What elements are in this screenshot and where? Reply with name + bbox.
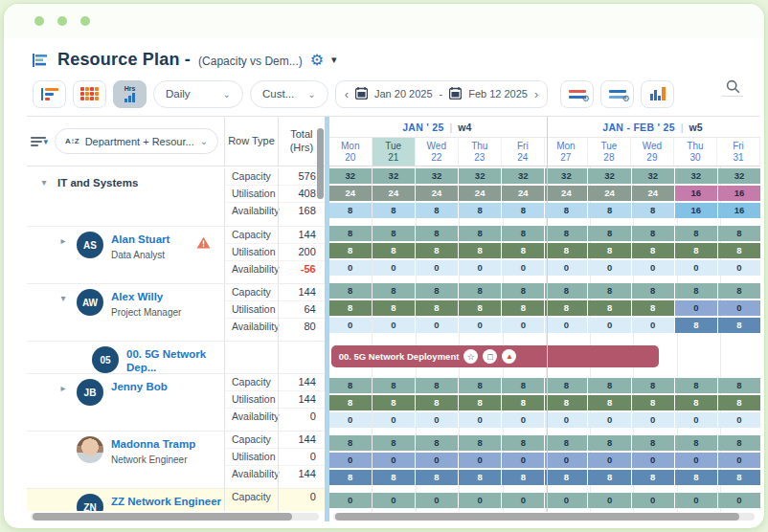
grid-cell[interactable]: 8 bbox=[416, 283, 458, 299]
resource-name[interactable]: Jenny Bob bbox=[111, 381, 168, 394]
grid-cell[interactable]: 0 bbox=[329, 453, 372, 468]
grid-cell[interactable]: 24 bbox=[373, 186, 415, 201]
grid-cell[interactable]: 8 bbox=[459, 203, 501, 218]
grid-cell[interactable]: 8 bbox=[502, 243, 544, 258]
grid-cell[interactable]: 32 bbox=[632, 168, 674, 184]
grid-cell[interactable]: 8 bbox=[632, 378, 674, 393]
grid-cell[interactable]: 16 bbox=[675, 186, 717, 201]
grid-cell[interactable]: 0 bbox=[502, 453, 544, 468]
grid-cell[interactable]: 0 bbox=[632, 412, 674, 428]
grid-cell[interactable]: 32 bbox=[675, 168, 717, 184]
grid-cell[interactable]: 8 bbox=[588, 470, 630, 485]
grid-cell[interactable]: 8 bbox=[632, 243, 674, 258]
grid-cell[interactable]: 0 bbox=[718, 412, 760, 428]
grid-cell[interactable]: 0 bbox=[502, 318, 544, 333]
gantt-view-button[interactable] bbox=[33, 80, 66, 108]
grid-cell[interactable]: 8 bbox=[329, 435, 372, 451]
grid-cell[interactable]: 0 bbox=[459, 453, 501, 468]
kpi-chart-button[interactable] bbox=[641, 80, 674, 108]
grid-cell[interactable]: 0 bbox=[373, 493, 415, 508]
grid-cell[interactable]: 0 bbox=[502, 260, 544, 276]
grid-cell[interactable]: 24 bbox=[502, 186, 544, 201]
grid-cell[interactable]: 8 bbox=[545, 283, 587, 299]
grid-cell[interactable]: 8 bbox=[416, 395, 458, 410]
grid-cell[interactable]: 0 bbox=[459, 318, 501, 333]
grid-cell[interactable]: 0 bbox=[588, 412, 630, 428]
grid-horizontal-scrollbar[interactable] bbox=[333, 513, 755, 521]
grid-cell[interactable]: 0 bbox=[416, 260, 458, 276]
grid-cell[interactable]: 8 bbox=[632, 300, 674, 316]
grid-cell[interactable]: 8 bbox=[329, 300, 372, 316]
grid-cell[interactable]: 0 bbox=[588, 318, 630, 333]
grid-cell[interactable]: 8 bbox=[459, 243, 501, 258]
grid-cell[interactable]: 8 bbox=[675, 226, 717, 241]
grid-cell[interactable]: 0 bbox=[416, 318, 458, 333]
grid-cell[interactable]: 24 bbox=[588, 186, 630, 201]
grid-cell[interactable]: 8 bbox=[329, 203, 372, 218]
grid-cell[interactable]: 0 bbox=[373, 318, 415, 333]
grid-cell[interactable]: 8 bbox=[416, 203, 458, 218]
grid-cell[interactable]: 24 bbox=[329, 186, 372, 201]
plan-menu-caret-icon[interactable]: ▾ bbox=[331, 54, 337, 66]
grid-cell[interactable]: 8 bbox=[675, 470, 717, 485]
grid-cell[interactable]: 8 bbox=[459, 470, 501, 485]
grid-cell[interactable]: 8 bbox=[373, 203, 415, 218]
grid-cell[interactable]: 0 bbox=[675, 300, 717, 316]
grid-cell[interactable]: 8 bbox=[416, 300, 458, 316]
grid-cell[interactable]: 8 bbox=[718, 378, 760, 393]
grid-cell[interactable]: 8 bbox=[588, 435, 630, 451]
grid-cell[interactable]: 8 bbox=[545, 300, 587, 316]
grid-cell[interactable]: 8 bbox=[545, 226, 587, 241]
resource-name[interactable]: Alex Willy bbox=[111, 291, 181, 304]
task-name[interactable]: 00. 5G Network Dep... bbox=[126, 348, 224, 375]
grid-cell[interactable]: 8 bbox=[459, 378, 501, 393]
grid-cell[interactable]: 8 bbox=[373, 378, 415, 393]
grid-cell[interactable]: 8 bbox=[718, 318, 760, 333]
grid-cell[interactable]: 8 bbox=[373, 283, 415, 299]
grid-cell[interactable]: 8 bbox=[632, 226, 674, 241]
plan-settings-gear-icon[interactable]: ⚙ bbox=[310, 53, 324, 68]
grid-cell[interactable]: 8 bbox=[632, 203, 674, 218]
grid-cell[interactable]: 8 bbox=[675, 395, 717, 410]
grid-cell[interactable]: 8 bbox=[718, 470, 760, 485]
grid-cell[interactable]: 32 bbox=[329, 168, 372, 184]
grid-cell[interactable]: 8 bbox=[459, 435, 501, 451]
date-to-value[interactable]: Feb 12 2025 bbox=[468, 88, 528, 100]
grid-cell[interactable]: 8 bbox=[502, 283, 544, 299]
expand-collapse-icon[interactable]: ▾ bbox=[38, 177, 50, 188]
grid-cell[interactable]: 16 bbox=[718, 186, 760, 201]
percent-grid-view-button[interactable] bbox=[73, 80, 106, 108]
grid-cell[interactable]: 32 bbox=[545, 168, 587, 184]
grid-cell[interactable]: 0 bbox=[632, 318, 674, 333]
grid-cell[interactable]: 8 bbox=[632, 283, 674, 299]
grid-cell[interactable]: 8 bbox=[329, 378, 372, 393]
grid-cell[interactable]: 8 bbox=[718, 283, 760, 299]
grid-cell[interactable]: 8 bbox=[502, 300, 544, 316]
grid-cell[interactable]: 0 bbox=[545, 318, 587, 333]
grid-cell[interactable]: 32 bbox=[588, 168, 630, 184]
grid-cell[interactable]: 32 bbox=[502, 168, 544, 184]
resource-name[interactable]: ZZ Network Engineer bbox=[111, 496, 221, 509]
expand-collapse-icon[interactable]: ▾ bbox=[57, 293, 69, 303]
grid-cell[interactable]: 16 bbox=[718, 203, 760, 218]
grid-cell[interactable]: 0 bbox=[588, 453, 630, 468]
grid-cell[interactable]: 0 bbox=[416, 412, 458, 428]
grid-cell[interactable]: 0 bbox=[329, 412, 372, 428]
grid-cell[interactable]: 0 bbox=[373, 412, 415, 428]
grid-cell[interactable]: 8 bbox=[545, 435, 587, 451]
grid-cell[interactable]: 8 bbox=[459, 283, 501, 299]
grid-cell[interactable]: 8 bbox=[502, 378, 544, 393]
search-button[interactable] bbox=[718, 79, 747, 108]
grid-cell[interactable]: 24 bbox=[416, 186, 458, 201]
grid-cell[interactable]: 8 bbox=[373, 435, 415, 451]
grid-cell[interactable]: 8 bbox=[502, 226, 544, 241]
grid-cell[interactable]: 0 bbox=[675, 453, 717, 468]
grid-cell[interactable]: 8 bbox=[329, 470, 372, 485]
grid-cell[interactable]: 8 bbox=[588, 378, 630, 393]
grid-cell[interactable]: 0 bbox=[718, 260, 760, 276]
grid-cell[interactable]: 8 bbox=[416, 470, 458, 485]
left-horizontal-scrollbar[interactable] bbox=[31, 513, 319, 521]
grid-cell[interactable]: 8 bbox=[329, 226, 372, 241]
grid-cell[interactable]: 8 bbox=[632, 435, 674, 451]
grid-cell[interactable]: 32 bbox=[373, 168, 415, 184]
